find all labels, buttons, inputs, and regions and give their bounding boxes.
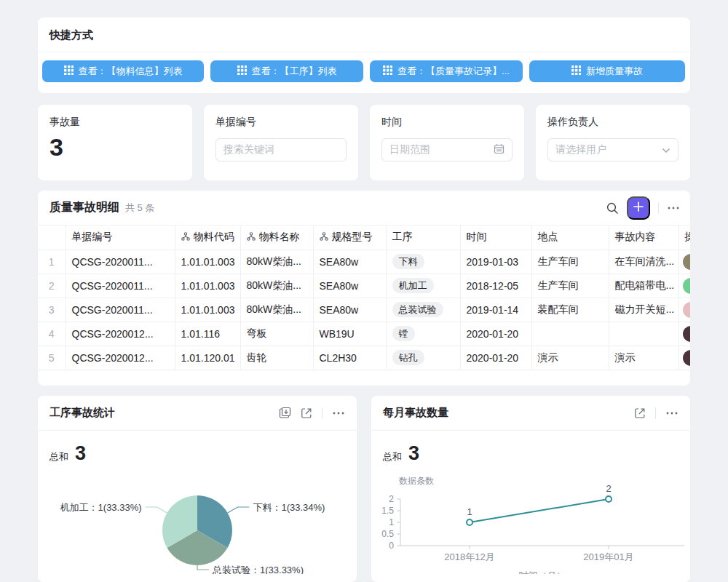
table-row[interactable]: 4QCSG-2020012...1.01.116弯板WB19U镗2020-01-… [38, 322, 690, 346]
data-point[interactable] [606, 496, 612, 502]
total-label: 总和 [383, 450, 402, 463]
doc-no-filter-label: 单据编号 [215, 116, 347, 129]
row-index-cell: 5 [38, 346, 66, 370]
date-range-input[interactable]: 日期范围 [381, 138, 513, 162]
more-icon[interactable] [665, 411, 678, 415]
process-tag-cell: 机加工 [386, 274, 460, 298]
process-stats-title: 工序事故统计 [50, 406, 115, 420]
doc-cell: QCSG-2020011... [66, 274, 175, 298]
metric-value: 3 [50, 135, 181, 159]
more-icon[interactable] [667, 206, 680, 210]
pie-label-leader [228, 507, 250, 513]
process-tag: 总装试验 [392, 302, 443, 317]
expand-icon[interactable] [301, 407, 312, 419]
x-axis-title: 时间（月） [519, 570, 566, 574]
column-header: 物料名称 [240, 226, 313, 250]
monthly-line-chart: 数据条数00.511.522018年12月2019年01月12时间（月） [371, 465, 690, 574]
column-header-label: 单据编号 [72, 231, 113, 244]
column-header: 时间 [460, 226, 531, 250]
process-tag-cell: 钻孔 [386, 346, 460, 370]
avatar [683, 302, 691, 318]
app-grid-icon [237, 65, 247, 77]
hierarchy-icon [320, 231, 328, 243]
process-stats-card: 工序事故统计 总和 3 下料：1(33.34% [38, 396, 357, 582]
metric-card: 事故量 3 [38, 105, 192, 180]
monthly-count-header: 每月事故数量 [371, 396, 690, 431]
add-record-button[interactable] [627, 196, 650, 220]
table-row[interactable]: 5QCSG-2020012...1.01.120.01齿轮CL2H30钻孔202… [38, 346, 690, 370]
column-header: 物料代码 [175, 226, 240, 250]
chevron-down-icon [662, 144, 670, 156]
model-cell: SEA80w [313, 298, 386, 322]
table-header-row: 单据编号物料代码物料名称规格型号工序时间地点事故内容操作负责人 [38, 226, 690, 250]
avatar [683, 278, 691, 294]
operator-filter-label: 操作负责人 [547, 116, 678, 129]
doc-cell: QCSG-2020011... [66, 250, 175, 274]
name-cell: 80kW柴油... [240, 250, 313, 274]
process-pie-chart: 下料：1(33.34%)总装试验：1(33.33%)机加工：1(33.33%) [38, 465, 357, 574]
content-cell: 演示 [609, 346, 678, 370]
content-cell: 配电箱带电... [609, 274, 678, 298]
total-value: 3 [75, 442, 86, 465]
column-header: 操作负责人 [678, 226, 690, 250]
pie-label: 机加工：1(33.33%) [60, 502, 142, 513]
code-cell: 1.01.01.003 [175, 298, 240, 322]
time-filter-label: 时间 [381, 116, 513, 129]
column-header: 单据编号 [66, 226, 175, 250]
plus-icon [633, 202, 644, 214]
charts-row: 工序事故统计 总和 3 下料：1(33.34% [38, 396, 690, 582]
row-index-cell: 4 [38, 322, 66, 346]
search-icon[interactable] [606, 202, 619, 215]
x-tick-label: 2019年01月 [583, 551, 633, 562]
column-header-label: 操作负责人 [685, 231, 691, 244]
shortcut-button-label: 查看：【物料信息】列表 [79, 65, 183, 78]
hierarchy-icon [181, 231, 190, 243]
operator-select[interactable]: 请选择用户 [547, 138, 678, 162]
name-cell: 齿轮 [240, 346, 313, 370]
table-row[interactable]: 3QCSG-2020011...1.01.01.00380kW柴油...SEA8… [38, 298, 690, 322]
monthly-count-title: 每月事故数量 [383, 406, 448, 420]
process-tag-cell: 总装试验 [386, 298, 460, 322]
incident-table: 单据编号物料代码物料名称规格型号工序时间地点事故内容操作负责人 1QCSG-20… [38, 226, 690, 370]
shortcut-button[interactable]: 查看：【工序】列表 [210, 60, 363, 82]
table-body: 1QCSG-2020011...1.01.01.00380kW柴油...SEA8… [38, 250, 690, 370]
shortcut-button[interactable]: 查看：【质量事故记录】... [370, 60, 523, 82]
expand-icon[interactable] [634, 407, 646, 419]
app-grid-icon [64, 65, 74, 77]
process-tag: 镗 [392, 326, 415, 341]
doc-no-search-input[interactable]: 搜索关键词 [215, 138, 347, 162]
shortcut-button[interactable]: 新增质量事故 [529, 60, 685, 82]
table-row[interactable]: 1QCSG-2020011...1.01.01.00380kW柴油...SEA8… [38, 250, 690, 274]
monthly-count-total: 总和 3 [371, 431, 690, 465]
process-tag: 机加工 [392, 278, 434, 293]
column-header-label: 物料代码 [194, 231, 234, 244]
data-point[interactable] [467, 519, 472, 525]
date-cell: 2019-01-14 [460, 298, 531, 322]
column-header-label: 工序 [392, 231, 413, 244]
total-label: 总和 [50, 450, 68, 463]
pie-label-leader [197, 565, 209, 570]
name-cell: 弯板 [240, 322, 313, 346]
operator-cell [678, 346, 690, 370]
calendar-icon [494, 143, 505, 156]
incident-table-header: 质量事故明细 共 5 条 [38, 191, 690, 226]
place-cell: 生产车间 [531, 274, 609, 298]
code-cell: 1.01.116 [175, 322, 240, 346]
column-header-label: 物料名称 [259, 231, 300, 244]
more-icon[interactable] [332, 411, 345, 415]
data-point-label: 2 [606, 483, 611, 494]
code-cell: 1.01.01.003 [175, 250, 240, 274]
doc-no-filter-card: 单据编号 搜索关键词 [204, 105, 358, 180]
column-header: 地点 [531, 226, 609, 250]
column-header: 工序 [386, 226, 460, 250]
row-index-header [38, 226, 66, 250]
content-cell [609, 322, 678, 346]
pie-label-leader [146, 507, 167, 513]
shortcut-button[interactable]: 查看：【物料信息】列表 [42, 60, 204, 82]
shortcut-button-label: 查看：【工序】列表 [252, 65, 337, 78]
y-tick-label: 2 [389, 494, 394, 504]
content-cell: 在车间清洗... [609, 250, 678, 274]
name-cell: 80kW柴油... [240, 298, 313, 322]
download-icon[interactable] [279, 407, 291, 419]
table-row[interactable]: 2QCSG-2020011...1.01.01.00380kW柴油...SEA8… [38, 274, 690, 298]
